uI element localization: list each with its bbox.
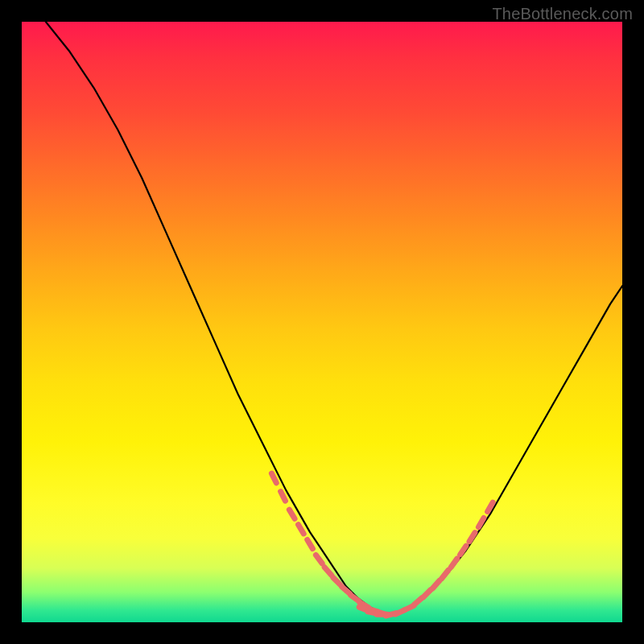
chart-frame: TheBottleneck.com xyxy=(0,0,644,644)
highlight-dash xyxy=(299,525,304,534)
highlight-dash xyxy=(324,568,332,576)
plot-area xyxy=(22,22,622,622)
bottleneck-curve-path xyxy=(46,22,622,613)
chart-svg xyxy=(22,22,622,622)
highlight-dash xyxy=(432,580,440,588)
highlight-dash xyxy=(469,533,475,542)
highlight-dash xyxy=(281,492,286,502)
highlight-dash xyxy=(289,510,295,518)
highlight-dash xyxy=(271,473,276,483)
highlight-dash xyxy=(308,539,313,548)
highlight-dash xyxy=(451,559,457,568)
highlight-dash xyxy=(423,590,431,597)
highlight-dash xyxy=(442,570,448,578)
highlight-dash xyxy=(414,598,422,605)
highlight-dash xyxy=(333,578,341,585)
highlight-dash xyxy=(460,546,466,555)
highlight-dash xyxy=(316,555,322,563)
watermark-text: TheBottleneck.com xyxy=(492,5,633,23)
